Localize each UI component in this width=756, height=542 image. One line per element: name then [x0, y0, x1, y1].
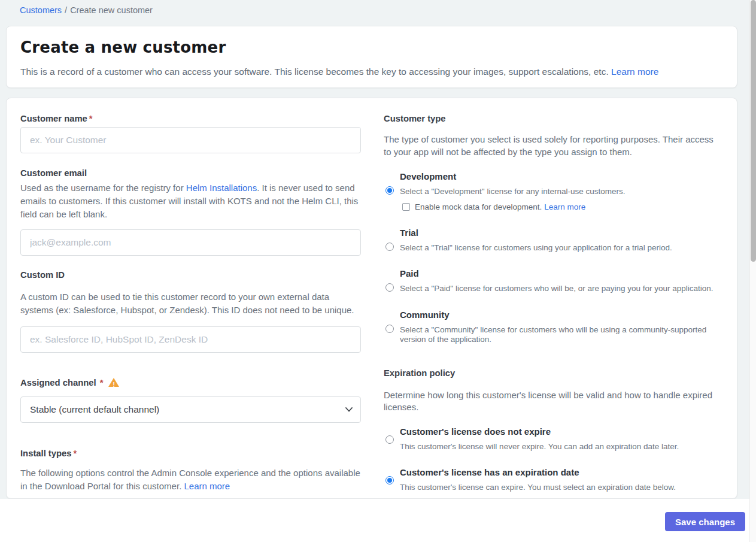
custom-id-help: A custom ID can be used to tie this cust… — [20, 290, 361, 317]
scrollbar-thumb[interactable] — [751, 0, 756, 262]
expiration-policy-heading: Expiration policy — [384, 369, 716, 378]
customer-type-option-community: Community Select a "Community" license f… — [384, 310, 716, 345]
footer-bar: Save changes — [0, 499, 756, 542]
option-description: Select a "Trial" license for customers u… — [400, 243, 716, 253]
helm-installations-link[interactable]: Helm Installations — [186, 183, 257, 193]
mock-data-learn-more-link[interactable]: Learn more — [544, 202, 585, 211]
scrollbar-track[interactable] — [749, 0, 756, 542]
option-label: Trial — [400, 228, 716, 237]
customer-email-input[interactable] — [20, 229, 361, 256]
install-types-help: The following options control the Admin … — [20, 467, 361, 493]
customer-name-label-text: Customer name — [20, 114, 87, 123]
option-description: Select a "Community" license for custome… — [400, 325, 716, 345]
option-description: Select a "Development" license for any i… — [400, 187, 716, 197]
radio-development[interactable] — [385, 186, 394, 195]
option-label: Paid — [400, 269, 716, 278]
custom-id-label: Custom ID — [20, 271, 361, 280]
mock-data-checkbox-label: Enable mock data for development. Learn … — [415, 202, 585, 211]
option-label: Development — [400, 172, 716, 181]
install-types-label: Install types* — [20, 449, 361, 458]
install-types-label-text: Install types — [20, 449, 72, 458]
save-changes-button[interactable]: Save changes — [665, 512, 745, 531]
customer-type-option-trial: Trial Select a "Trial" license for custo… — [384, 228, 716, 253]
customer-type-option-development: Development Select a "Development" licen… — [384, 172, 716, 211]
customer-email-help-before: Used as the username for the registry fo… — [20, 183, 186, 193]
customer-email-help: Used as the username for the registry fo… — [20, 181, 361, 221]
mock-data-checkbox-row: Enable mock data for development. Learn … — [402, 202, 716, 211]
create-customer-page: Customers/Create new customer Create a n… — [0, 0, 756, 542]
breadcrumb-current: Create new customer — [70, 5, 153, 15]
form-right-column: Customer type The type of customer you s… — [384, 114, 716, 498]
customer-type-heading: Customer type — [384, 114, 716, 123]
required-asterisk: * — [100, 378, 104, 387]
header-description-text: This is a record of a customer who can a… — [20, 66, 609, 77]
mock-data-checkbox-text: Enable mock data for development. — [415, 202, 542, 211]
customer-type-description: The type of customer you select is used … — [384, 134, 716, 158]
breadcrumb-customers-link[interactable]: Customers — [20, 5, 62, 15]
assigned-channel-selected-value: Stable (current default channel) — [30, 404, 159, 415]
mock-data-checkbox[interactable] — [402, 203, 410, 211]
option-label: Customer's license has an expiration dat… — [400, 468, 716, 477]
customer-form-card: Customer name* Customer email Used as th… — [6, 98, 737, 499]
customer-email-label: Customer email — [20, 169, 361, 178]
radio-trial[interactable] — [385, 243, 394, 251]
required-asterisk: * — [74, 449, 77, 458]
breadcrumb-separator: / — [65, 5, 67, 15]
option-description: Select a "Paid" license for customers wh… — [400, 284, 716, 294]
customer-name-input[interactable] — [20, 127, 361, 153]
radio-paid[interactable] — [385, 283, 394, 292]
custom-id-input[interactable] — [20, 326, 361, 353]
required-asterisk: * — [89, 114, 93, 123]
page-title: Create a new customer — [20, 38, 723, 56]
customer-type-option-paid: Paid Select a "Paid" license for custome… — [384, 269, 716, 294]
header-card: Create a new customer This is a record o… — [6, 26, 737, 88]
expiration-policy-description: Determine how long this customer's licen… — [384, 389, 716, 413]
option-label: Community — [400, 310, 716, 319]
assigned-channel-select[interactable]: Stable (current default channel) — [20, 396, 361, 423]
breadcrumb: Customers/Create new customer — [20, 5, 153, 15]
option-label: Customer's license does not expire — [400, 427, 716, 436]
install-types-learn-more-link[interactable]: Learn more — [184, 481, 230, 491]
radio-license-has-expiration[interactable] — [385, 476, 394, 485]
expiration-option-no-expire: Customer's license does not expire This … — [384, 427, 716, 452]
option-description: This customer's license can expire. You … — [400, 483, 716, 493]
customer-name-label: Customer name* — [20, 114, 361, 123]
option-description: This customer's license will never expir… — [400, 442, 716, 452]
header-description: This is a record of a customer who can a… — [20, 65, 723, 78]
header-learn-more-link[interactable]: Learn more — [611, 66, 658, 77]
radio-community[interactable] — [385, 325, 394, 333]
form-left-column: Customer name* Customer email Used as th… — [20, 114, 361, 498]
radio-license-does-not-expire[interactable] — [385, 435, 394, 444]
chevron-down-icon — [345, 407, 353, 412]
assigned-channel-label-text: Assigned channel — [20, 378, 96, 387]
assigned-channel-label: Assigned channel* — [20, 377, 361, 388]
warning-icon — [108, 378, 119, 387]
expiration-option-has-expiration: Customer's license has an expiration dat… — [384, 468, 716, 493]
